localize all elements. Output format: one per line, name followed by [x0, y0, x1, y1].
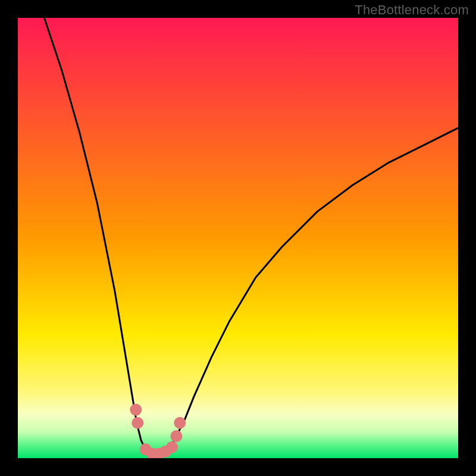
watermark-text: TheBottleneck.com [355, 2, 469, 18]
chart-svg [18, 18, 458, 458]
data-marker-7 [170, 430, 182, 442]
gradient-background [18, 18, 458, 458]
chart-plot-area [18, 18, 458, 458]
data-marker-0 [130, 404, 142, 416]
data-marker-8 [174, 417, 186, 429]
data-marker-1 [131, 417, 143, 429]
data-marker-6 [166, 441, 178, 453]
